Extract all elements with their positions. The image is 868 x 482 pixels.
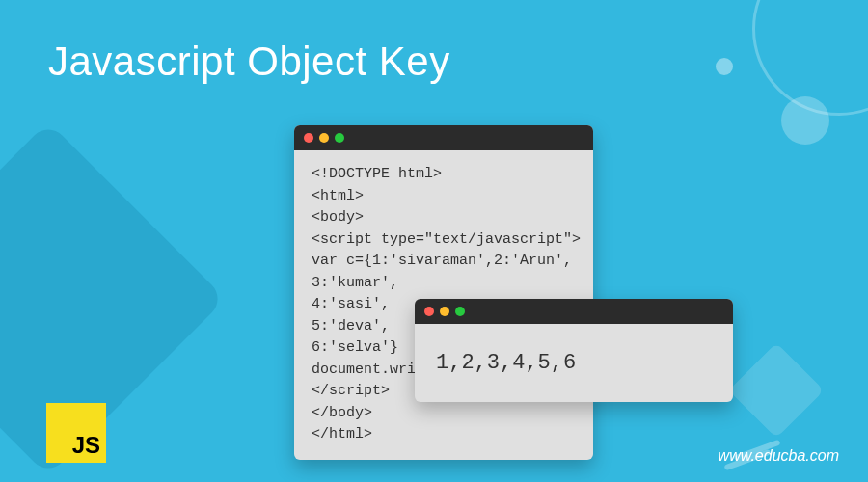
js-logo: JS — [46, 403, 106, 463]
js-logo-text: JS — [72, 432, 100, 459]
bg-decor-dot — [716, 58, 733, 75]
bg-decor-square — [729, 343, 825, 439]
window-titlebar — [415, 299, 733, 324]
maximize-icon — [335, 133, 344, 143]
output-window: 1,2,3,4,5,6 — [415, 299, 733, 402]
bg-decor-circle — [781, 96, 829, 145]
bg-decor-diamond — [0, 121, 226, 476]
page-title: Javascript Object Key — [48, 39, 450, 85]
code-window: <!DOCTYPE html> <html> <body> <script ty… — [294, 125, 593, 460]
maximize-icon — [455, 307, 465, 316]
site-url: www.educba.com — [719, 447, 839, 465]
close-icon — [424, 307, 434, 316]
window-titlebar — [294, 125, 593, 150]
output-content: 1,2,3,4,5,6 — [415, 324, 733, 402]
minimize-icon — [319, 133, 329, 143]
close-icon — [304, 133, 313, 143]
minimize-icon — [440, 307, 449, 316]
